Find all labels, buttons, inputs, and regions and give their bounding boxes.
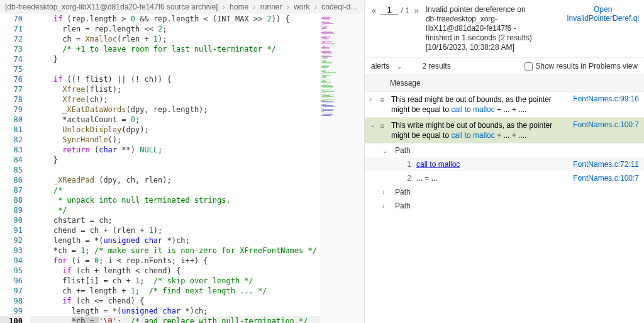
pager-prev[interactable]: «: [370, 6, 378, 15]
show-results-toggle[interactable]: Show results in Problems view: [525, 62, 638, 71]
line-number: 82: [0, 135, 23, 145]
code-line[interactable]: [30, 64, 320, 74]
code-line[interactable]: }: [30, 155, 320, 165]
code-line[interactable]: rlen = rep.length << 2;: [30, 24, 320, 34]
result-row[interactable]: › ≡ This read might be out of bounds, as…: [365, 92, 644, 118]
code-line[interactable]: length = *(unsigned char *)ch;: [30, 235, 320, 246]
code-line[interactable]: * unpack into null terminated strings.: [30, 195, 320, 205]
line-number: 76: [0, 74, 23, 84]
code-line[interactable]: _XReadPad (dpy, ch, rlen);: [30, 175, 320, 185]
result-location[interactable]: FontNames.c:99:16: [573, 94, 639, 103]
list-icon: ≡: [380, 94, 389, 105]
line-number: 86: [0, 175, 23, 185]
code-line[interactable]: flist[i] = ch + 1; /* skip over length *…: [30, 276, 320, 286]
code-line[interactable]: chend = ch + (rlen + 1);: [30, 225, 320, 235]
open-file-link[interactable]: InvalidPointerDeref.ql: [567, 14, 639, 23]
line-number: 97: [0, 286, 23, 296]
line-number: 91: [0, 225, 23, 235]
alerts-bar: alerts ⌄ 2 results Show results in Probl…: [365, 58, 644, 75]
open-link[interactable]: Open: [594, 5, 612, 14]
line-number: 72: [0, 34, 23, 44]
line-number: 71: [0, 24, 23, 34]
open-query-link: Open InvalidPointerDeref.ql: [567, 5, 639, 23]
code-content[interactable]: if (rep.length > 0 && rep.length < (INT_…: [30, 14, 320, 323]
line-number: 95: [0, 266, 23, 276]
path-label: Path: [395, 188, 411, 196]
line-number: 70: [0, 14, 23, 24]
code-line[interactable]: }: [30, 54, 320, 64]
step-location[interactable]: FontNames.c:72:11: [573, 160, 639, 169]
code-line[interactable]: if ((! flist) || (! ch)) {: [30, 74, 320, 84]
chevron-down-icon[interactable]: ⌄: [397, 63, 402, 70]
path-label: Path: [395, 146, 411, 155]
results-count: 2 results: [422, 62, 450, 71]
code-line[interactable]: ch = Xmalloc(rlen + 1);: [30, 34, 320, 44]
line-number: 77: [0, 84, 23, 94]
query-header: « / 1 » Invalid pointer dereference ondb…: [365, 0, 644, 58]
code-line[interactable]: for (i = 0; i < rep.nFonts; i++) {: [30, 256, 320, 266]
pager-page-input[interactable]: [380, 5, 398, 15]
result-location[interactable]: FontNames.c:100:7: [573, 120, 639, 129]
code-line[interactable]: length = *(unsigned char *)ch;: [30, 306, 320, 316]
code-line[interactable]: if (ch + length < chend) {: [30, 266, 320, 276]
code-line[interactable]: UnlockDisplay(dpy);: [30, 125, 320, 135]
results-pane: « / 1 » Invalid pointer dereference ondb…: [365, 0, 644, 323]
step-location[interactable]: FontNames.c:100:7: [573, 174, 639, 183]
code-line[interactable]: */: [30, 205, 320, 215]
step-row[interactable]: 1call to mallocFontNames.c:72:11: [365, 157, 644, 171]
step-row[interactable]: 2... = ...FontNames.c:100:7: [365, 171, 644, 185]
code-line[interactable]: SyncHandle();: [30, 135, 320, 145]
step-desc: ... = ...: [416, 174, 568, 183]
line-number: 80: [0, 115, 23, 125]
result-row[interactable]: ⌄ ≡ This write might be out of bounds, a…: [365, 118, 644, 144]
line-number: 78: [0, 94, 23, 105]
line-number: 93: [0, 246, 23, 256]
code-line[interactable]: if (ch <= chend) {: [30, 296, 320, 306]
code-line[interactable]: *ch = 1; /* make sure it is non-zero for…: [30, 246, 320, 256]
result-link[interactable]: call to malloc: [451, 131, 494, 140]
code-area[interactable]: 7071727374757677787980818283848586878889…: [0, 14, 364, 323]
code-line[interactable]: if (rep.length > 0 && rep.length < (INT_…: [30, 14, 320, 24]
result-message: This write might be out of bounds, as th…: [391, 120, 570, 140]
code-line[interactable]: /* +1 to leave room for last null-termin…: [30, 44, 320, 54]
chevron-down-icon[interactable]: ⌄: [370, 120, 377, 128]
message-header: Message: [365, 75, 644, 92]
path-row[interactable]: ⌄Path: [365, 144, 644, 157]
chevron-down-icon[interactable]: ⌄: [382, 147, 390, 154]
code-line[interactable]: *ch = '\0'; /* and replace with null-ter…: [30, 316, 320, 323]
code-line[interactable]: *actualCount = 0;: [30, 115, 320, 125]
chevron-right-icon[interactable]: ›: [382, 189, 390, 196]
show-results-checkbox[interactable]: [525, 62, 533, 71]
line-number: 84: [0, 155, 23, 165]
code-line[interactable]: /*: [30, 185, 320, 195]
line-number: 90: [0, 215, 23, 225]
chevron-right-icon[interactable]: ›: [382, 203, 390, 210]
line-number: 88: [0, 195, 23, 205]
line-number: 73: [0, 44, 23, 54]
code-line[interactable]: Xfree(flist);: [30, 84, 320, 94]
result-link[interactable]: call to malloc: [451, 105, 494, 114]
line-number: 74: [0, 54, 23, 64]
code-line[interactable]: chstart = ch;: [30, 215, 320, 225]
breadcrumb-archive[interactable]: [db-freedesktop_xorg-libX11@d81da20-fe14…: [5, 3, 218, 11]
result-message: This read might be out of bounds, as the…: [391, 94, 570, 115]
line-number: 83: [0, 145, 23, 155]
path-row[interactable]: ›Path: [365, 199, 644, 213]
step-link[interactable]: call to malloc: [416, 160, 460, 169]
code-line[interactable]: [30, 165, 320, 175]
line-number: 96: [0, 276, 23, 286]
list-icon: ≡: [380, 120, 389, 130]
line-number: 99: [0, 306, 23, 316]
code-line[interactable]: Xfree(ch);: [30, 94, 320, 105]
line-gutter: 7071727374757677787980818283848586878889…: [0, 14, 30, 323]
chevron-right-icon[interactable]: ›: [370, 94, 377, 103]
code-line[interactable]: return (char **) NULL;: [30, 145, 320, 155]
line-number: 85: [0, 165, 23, 175]
pager-next[interactable]: »: [413, 6, 421, 15]
path-row[interactable]: ›Path: [365, 185, 644, 199]
breadcrumb[interactable]: [db-freedesktop_xorg-libX11@d81da20-fe14…: [0, 0, 364, 14]
minimap[interactable]: ▬▬▬▬▬▬▬▬▬ ▬▬▬▬▬▬▬▬▬▬▬▬▬ ▬▬▬▬▬▬▬▬▬▬ ▬▬▬▬▬…: [320, 14, 364, 323]
code-line[interactable]: ch += length + 1; /* find next length ..…: [30, 286, 320, 296]
path-label: Path: [395, 201, 411, 210]
code-line[interactable]: _XEatDataWords(dpy, rep.length);: [30, 105, 320, 115]
